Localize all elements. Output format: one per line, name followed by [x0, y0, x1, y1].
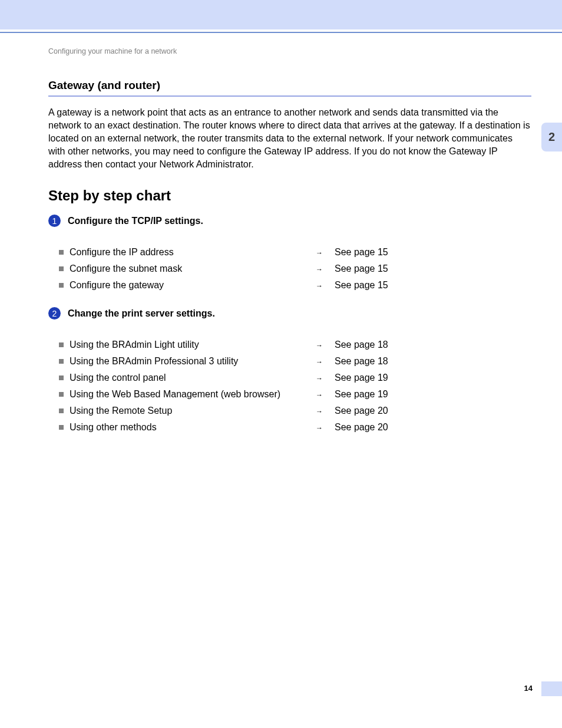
- step-1-header: 1 Configure the TCP/IP settings.: [48, 215, 531, 227]
- arrow-icon: →: [299, 406, 335, 416]
- svg-rect-10: [59, 392, 64, 397]
- page-ref[interactable]: See page 19: [335, 389, 388, 400]
- square-bullet-icon: [59, 250, 65, 256]
- svg-rect-8: [59, 359, 64, 364]
- top-header-bar: [0, 0, 562, 29]
- square-bullet-icon: [59, 375, 65, 381]
- arrow-icon: →: [299, 263, 335, 274]
- step-2-circle-icon: 2: [48, 307, 61, 319]
- section-title-gateway: Gateway (and router): [48, 79, 531, 97]
- step-1-item-1: Configure the subnet mask → See page 15: [59, 263, 531, 274]
- arrow-icon: →: [299, 389, 335, 399]
- step-1-item-0: Configure the IP address → See page 15: [59, 247, 531, 258]
- page-ref[interactable]: See page 15: [335, 263, 388, 274]
- page-ref[interactable]: See page 19: [335, 373, 388, 383]
- item-label: Using the Remote Setup: [70, 406, 299, 416]
- square-bullet-icon: [59, 283, 65, 289]
- svg-rect-2: [59, 250, 64, 255]
- step-2-item-5: Using other methods → See page 20: [59, 422, 531, 433]
- step-2-item-0: Using the BRAdmin Light utility → See pa…: [59, 340, 531, 350]
- square-bullet-icon: [59, 392, 65, 398]
- square-bullet-icon: [59, 266, 65, 272]
- item-label: Using the BRAdmin Professional 3 utility: [70, 356, 299, 367]
- arrow-icon: →: [299, 247, 335, 257]
- heading-step-chart: Step by step chart: [48, 187, 531, 204]
- page-ref[interactable]: See page 15: [335, 247, 388, 258]
- step-1-title: Configure the TCP/IP settings.: [68, 216, 203, 226]
- item-label: Using the Web Based Management (web brow…: [70, 389, 299, 400]
- item-label: Configure the gateway: [70, 280, 299, 291]
- svg-rect-12: [59, 425, 64, 430]
- square-bullet-icon: [59, 425, 65, 431]
- section-paragraph: A gateway is a network point that acts a…: [48, 106, 531, 171]
- arrow-icon: →: [299, 340, 335, 350]
- page-ref[interactable]: See page 20: [335, 422, 388, 433]
- page-ref[interactable]: See page 15: [335, 280, 388, 291]
- square-bullet-icon: [59, 342, 65, 348]
- svg-rect-9: [59, 375, 64, 380]
- item-label: Using the BRAdmin Light utility: [70, 340, 299, 350]
- page-ref[interactable]: See page 18: [335, 356, 388, 367]
- item-label: Using the control panel: [70, 373, 299, 383]
- square-bullet-icon: [59, 409, 65, 414]
- svg-text:2: 2: [52, 309, 57, 318]
- arrow-icon: →: [299, 356, 335, 366]
- item-label: Using other methods: [70, 422, 299, 433]
- page-ref[interactable]: See page 18: [335, 340, 388, 350]
- svg-rect-3: [59, 266, 64, 271]
- step-2-title: Change the print server settings.: [68, 308, 215, 319]
- square-bullet-icon: [59, 359, 65, 365]
- chapter-tab: 2: [541, 123, 562, 151]
- step-2-item-4: Using the Remote Setup → See page 20: [59, 406, 531, 416]
- step-2-item-3: Using the Web Based Management (web brow…: [59, 389, 531, 400]
- arrow-icon: →: [299, 280, 335, 290]
- item-label: Configure the IP address: [70, 247, 299, 258]
- svg-rect-4: [59, 283, 64, 288]
- step-2-item-2: Using the control panel → See page 19: [59, 373, 531, 383]
- page-content: Configuring your machine for a network G…: [48, 47, 531, 439]
- top-header-rule: [0, 32, 562, 33]
- page-number: 14: [524, 684, 533, 693]
- arrow-icon: →: [299, 422, 335, 432]
- page-ref[interactable]: See page 20: [335, 406, 388, 416]
- step-1-item-2: Configure the gateway → See page 15: [59, 280, 531, 291]
- corner-accent: [541, 681, 562, 696]
- breadcrumb: Configuring your machine for a network: [48, 47, 531, 55]
- svg-rect-11: [59, 409, 64, 413]
- arrow-icon: →: [299, 373, 335, 383]
- svg-rect-7: [59, 342, 64, 347]
- step-2-item-1: Using the BRAdmin Professional 3 utility…: [59, 356, 531, 367]
- svg-text:1: 1: [52, 216, 57, 226]
- item-label: Configure the subnet mask: [70, 263, 299, 274]
- step-1-circle-icon: 1: [48, 215, 61, 227]
- step-2-header: 2 Change the print server settings.: [48, 307, 531, 319]
